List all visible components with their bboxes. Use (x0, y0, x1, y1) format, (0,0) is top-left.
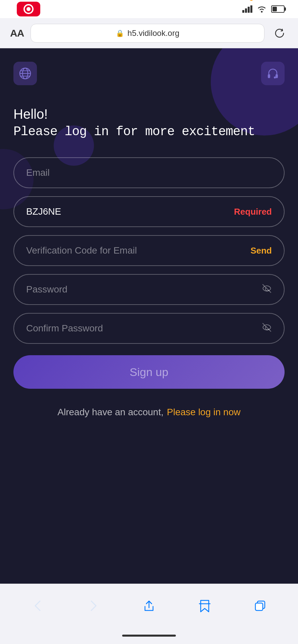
signal-bars (242, 5, 252, 13)
home-indicator (0, 627, 298, 644)
aa-button[interactable]: AA (10, 28, 24, 39)
wifi-icon (257, 5, 266, 13)
confirm-password-toggle-icon[interactable] (262, 322, 272, 335)
share-button[interactable] (137, 594, 161, 618)
send-code-button[interactable]: Send (250, 246, 272, 256)
password-input[interactable] (26, 284, 262, 295)
status-bar (0, 0, 298, 18)
main-content: Hello! Please log in for more excitement… (0, 48, 298, 584)
verification-field-container[interactable]: Send (13, 235, 285, 266)
login-link-row: Already have an account, Please log in n… (13, 407, 285, 418)
greeting-hello: Hello! (13, 105, 285, 123)
safari-bottom-bar (0, 584, 298, 627)
svg-rect-10 (255, 603, 263, 610)
tabs-button[interactable] (248, 594, 272, 618)
headset-button[interactable] (261, 62, 285, 85)
login-prompt-text: Already have an account, (57, 407, 163, 418)
back-button[interactable] (26, 594, 50, 618)
forward-button[interactable] (82, 594, 105, 618)
referral-value: BZJ6NE (26, 206, 234, 217)
bookmarks-button[interactable] (193, 594, 216, 618)
url-text: h5.vidilook.org (128, 29, 180, 38)
verification-input[interactable] (26, 245, 250, 256)
home-bar (122, 635, 176, 637)
svg-rect-7 (276, 74, 278, 78)
password-toggle-icon[interactable] (262, 283, 272, 296)
battery-icon (271, 5, 285, 13)
status-right (242, 5, 285, 13)
referral-required-label: Required (234, 207, 272, 217)
greeting-subtitle: Please log in for more excitement (13, 123, 285, 141)
orange-dot (249, 0, 254, 1)
refresh-button[interactable] (271, 25, 288, 42)
status-left (13, 0, 44, 18)
globe-button[interactable] (13, 62, 37, 85)
email-field-container[interactable] (13, 157, 285, 188)
referral-field-container[interactable]: BZJ6NE Required (13, 196, 285, 227)
svg-rect-6 (268, 74, 270, 78)
top-icons-row (13, 62, 285, 85)
confirm-password-input[interactable] (26, 323, 262, 334)
form-container: BZJ6NE Required Send (13, 157, 285, 418)
browser-bar: AA 🔒 h5.vidilook.org (0, 18, 298, 48)
password-field-container[interactable] (13, 274, 285, 305)
svg-point-0 (261, 11, 263, 13)
email-input[interactable] (26, 167, 272, 178)
svg-point-8 (274, 76, 276, 78)
signup-button[interactable]: Sign up (13, 355, 285, 389)
greeting-section: Hello! Please log in for more excitement (13, 105, 285, 141)
url-bar[interactable]: 🔒 h5.vidilook.org (31, 24, 264, 43)
confirm-password-field-container[interactable] (13, 313, 285, 344)
login-now-button[interactable]: Please log in now (167, 407, 240, 418)
lock-icon: 🔒 (116, 29, 124, 37)
target-logo (13, 0, 44, 18)
